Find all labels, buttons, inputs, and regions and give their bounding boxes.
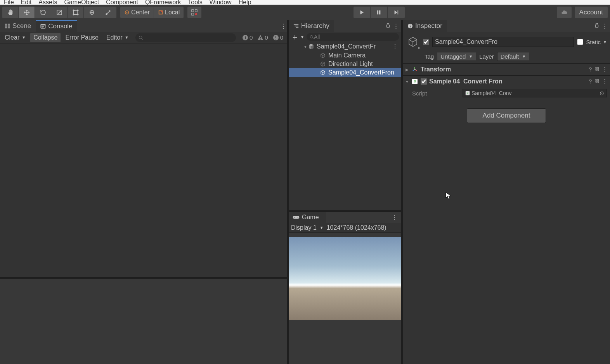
tab-hierarchy[interactable]: Hierarchy [289, 20, 334, 32]
svg-rect-14 [192, 13, 194, 15]
hand-tool[interactable] [2, 7, 19, 18]
svg-point-2 [73, 10, 74, 11]
error-pause-button[interactable]: Error Pause [62, 33, 101, 42]
search-icon [139, 35, 143, 40]
svg-point-40 [310, 35, 313, 38]
step-button[interactable] [388, 7, 405, 18]
gameobject-large-icon[interactable]: ▶ [406, 35, 420, 49]
rect-tool[interactable] [68, 7, 84, 18]
tab-game[interactable]: Game [289, 212, 326, 223]
svg-rect-29 [245, 37, 246, 39]
menu-window[interactable]: Window [210, 0, 232, 6]
collapse-button[interactable]: Collapse [30, 33, 61, 42]
foldout-icon[interactable]: ▼ [303, 45, 307, 49]
custom-tool[interactable] [100, 7, 116, 18]
panel-menu[interactable]: ⋮ [602, 23, 608, 29]
rotate-tool[interactable] [35, 7, 51, 18]
svg-rect-18 [397, 10, 398, 15]
cloud-button[interactable] [557, 7, 572, 18]
svg-rect-21 [5, 26, 7, 28]
script-enabled-checkbox[interactable] [421, 78, 427, 85]
pivot-local-button[interactable]: Local [154, 7, 184, 18]
svg-point-43 [298, 217, 298, 218]
svg-point-15 [195, 13, 197, 15]
transform-tool[interactable] [84, 7, 100, 18]
warn-count[interactable]: 0 [255, 34, 270, 41]
gameobject-enabled-checkbox[interactable] [423, 39, 429, 45]
svg-point-42 [294, 217, 295, 218]
console-search-input[interactable] [143, 35, 232, 41]
foldout-icon[interactable]: ▼ [405, 80, 409, 84]
scene-icon [5, 23, 10, 29]
hierarchy-search[interactable] [307, 33, 399, 41]
pause-button[interactable] [371, 7, 388, 18]
menu-component[interactable]: Component [106, 0, 138, 6]
game-panel-menu[interactable]: ⋮ [392, 214, 401, 221]
scene-menu[interactable]: ⋮ [392, 43, 401, 50]
script-field-label: Script [412, 90, 459, 97]
hierarchy-tab-label: Hierarchy [301, 22, 329, 30]
scene-row[interactable]: ▼ Sample04_ConvertFr ⋮ [289, 42, 401, 51]
editor-dropdown[interactable]: Editor▼ [103, 33, 132, 42]
menu-qframework[interactable]: QFramework [145, 0, 181, 6]
svg-rect-50 [597, 67, 599, 69]
preset-icon[interactable] [594, 78, 600, 85]
add-component-button[interactable]: Add Component [467, 108, 546, 123]
lock-icon[interactable] [594, 23, 600, 29]
static-dropdown[interactable]: Static▼ [586, 39, 607, 45]
tab-console[interactable]: Console [36, 20, 77, 32]
inspector-icon [407, 23, 413, 29]
svg-rect-39 [387, 25, 390, 27]
account-button[interactable]: Account [575, 7, 608, 18]
item-label: Main Camera [328, 52, 366, 59]
move-tool[interactable] [19, 7, 35, 18]
layer-dropdown[interactable]: Default▼ [497, 52, 529, 61]
snap-button[interactable] [187, 7, 201, 18]
panel-options[interactable]: ⋮ [279, 23, 287, 29]
console-search[interactable] [135, 33, 236, 42]
error-count[interactable]: 0 [270, 34, 286, 41]
tag-dropdown[interactable]: Untagged▼ [437, 52, 476, 61]
static-checkbox[interactable] [577, 39, 583, 45]
hierarchy-item-camera[interactable]: Main Camera [289, 51, 401, 60]
help-icon[interactable]: ? [589, 66, 592, 73]
tab-inspector[interactable]: Inspector [403, 20, 447, 32]
menu-help[interactable]: Help [239, 0, 251, 6]
tab-scene[interactable]: Scene [0, 20, 36, 32]
gameobject-header: ▶ Static▼ Tag Untagged▼ Layer Default▼ [403, 32, 610, 63]
play-button[interactable] [354, 7, 371, 18]
info-count[interactable]: 0 [240, 34, 255, 41]
menu-file[interactable]: File [4, 0, 14, 6]
svg-rect-24 [41, 24, 45, 26]
hierarchy-item-sample[interactable]: Sample04_ConvertFron [289, 68, 401, 77]
menu-tools[interactable]: Tools [188, 0, 202, 6]
lock-icon[interactable] [385, 23, 391, 29]
pivot-center-button[interactable]: Center [120, 7, 154, 18]
component-menu[interactable]: ⋮ [602, 78, 608, 85]
resolution-dropdown[interactable]: 1024*768 (1024x768) [327, 224, 386, 231]
play-controls [354, 7, 405, 18]
display-dropdown[interactable]: Display 1▼ [291, 224, 324, 231]
error-icon [273, 35, 279, 41]
scale-tool[interactable] [51, 7, 68, 18]
menu-assets[interactable]: Assets [38, 0, 57, 6]
create-button[interactable]: ＋▼ [291, 32, 304, 42]
gameobject-name-input[interactable] [432, 37, 574, 47]
script-object-field[interactable]: # Sample04_Conv ⊙ [463, 89, 607, 97]
layer-label: Layer [479, 53, 494, 60]
svg-rect-52 [597, 69, 599, 71]
clear-button[interactable]: Clear▼ [2, 33, 29, 42]
hierarchy-search-input[interactable] [314, 34, 396, 40]
help-icon[interactable]: ? [589, 78, 592, 85]
menu-gameobject[interactable]: GameObject [64, 0, 99, 6]
svg-rect-36 [294, 24, 298, 25]
scene-name: Sample04_ConvertFr [317, 43, 376, 50]
preset-icon[interactable] [594, 66, 600, 73]
object-picker-icon[interactable]: ⊙ [600, 90, 604, 96]
panel-menu[interactable]: ⋮ [393, 23, 399, 29]
cloud-icon [560, 9, 568, 16]
foldout-icon[interactable]: ▶ [405, 68, 409, 72]
hierarchy-item-light[interactable]: Directional Light [289, 60, 401, 68]
component-menu[interactable]: ⋮ [602, 66, 608, 73]
menu-edit[interactable]: Edit [21, 0, 32, 6]
